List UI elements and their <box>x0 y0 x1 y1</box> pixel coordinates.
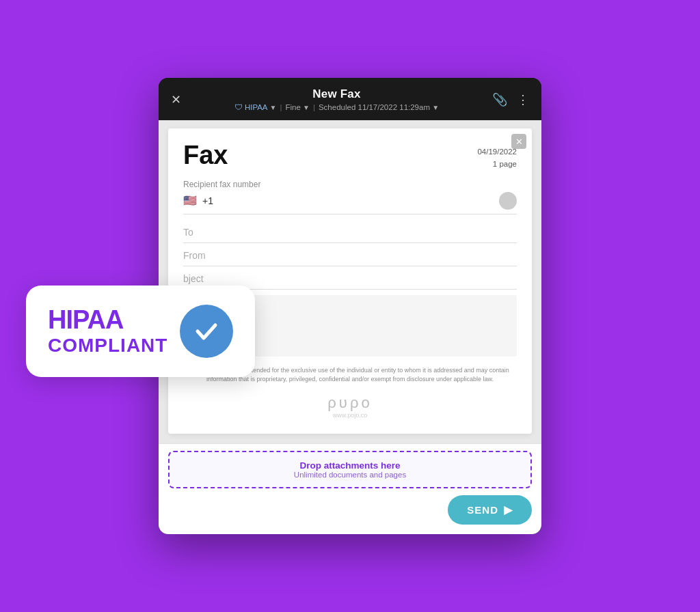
hipaa-indicator[interactable]: 🛡 HIPAA ▼ <box>234 102 277 112</box>
sep1: | <box>280 103 282 111</box>
dialog-title: New Fax <box>312 87 360 101</box>
sep2: | <box>313 103 315 111</box>
footer-send-row: SEND ▶ <box>159 495 541 534</box>
dialog-subtitle: 🛡 HIPAA ▼ | Fine ▼ | Scheduled 11/17/202… <box>234 102 439 112</box>
dialog-body: ✕ Fax 04/19/2022 1 page Recipient fax nu… <box>159 120 541 443</box>
fax-pages: 1 page <box>477 158 517 170</box>
quality-selector[interactable]: Fine ▼ <box>285 103 309 111</box>
schedule-dropdown-arrow: ▼ <box>432 104 439 111</box>
to-field[interactable]: To <box>183 221 517 243</box>
fax-title: Fax <box>183 142 228 168</box>
hipaa-badge: HIPAA COMPLIANT <box>26 286 255 377</box>
send-arrow-icon: ▶ <box>504 503 513 516</box>
fax-meta: 04/19/2022 1 page <box>477 146 517 170</box>
fax-document: ✕ Fax 04/19/2022 1 page Recipient fax nu… <box>168 128 532 434</box>
checkmark-icon <box>191 316 222 347</box>
hipaa-text: HIPAA COMPLIANT <box>48 306 167 357</box>
fax-logo: ρυρο www.pojo.co <box>183 394 517 419</box>
drop-subtitle: Unlimited documents and pages <box>176 471 524 479</box>
fax-header-row: Fax 04/19/2022 1 page <box>183 142 517 170</box>
country-flag: 🇺🇸 <box>183 194 197 207</box>
from-field[interactable]: From <box>183 245 517 266</box>
hipaa-subtitle: COMPLIANT <box>48 335 167 357</box>
fax-phone-row: 🇺🇸 +1 <box>183 192 517 214</box>
send-button[interactable]: SEND ▶ <box>448 495 532 525</box>
logo-text: ρυρο <box>183 394 517 412</box>
header-center: New Fax 🛡 HIPAA ▼ | Fine ▼ | Scheduled 1… <box>234 87 439 112</box>
logo-url: www.pojo.co <box>183 412 517 419</box>
schedule-selector[interactable]: Scheduled 11/17/2022 11:29am ▼ <box>319 103 439 111</box>
hipaa-dropdown-arrow: ▼ <box>270 104 277 111</box>
shield-icon: 🛡 <box>234 102 243 112</box>
fax-date: 04/19/2022 <box>477 146 517 158</box>
attach-icon[interactable]: 📎 <box>492 92 507 107</box>
app-background: HIPAA COMPLIANT ✕ New Fax 🛡 HIPAA ▼ <box>0 0 700 612</box>
country-code[interactable]: +1 <box>202 195 213 206</box>
header-left: ✕ <box>171 92 181 107</box>
hipaa-title: HIPAA <box>48 306 167 335</box>
quality-dropdown-arrow: ▼ <box>303 104 310 111</box>
close-button[interactable]: ✕ <box>171 92 181 107</box>
fax-close-button[interactable]: ✕ <box>511 134 526 149</box>
more-menu-icon[interactable]: ⋮ <box>517 92 529 107</box>
dialog-footer: Drop attachments here Unlimited document… <box>159 443 541 534</box>
header-right: 📎 ⋮ <box>492 92 529 107</box>
check-circle <box>180 305 233 358</box>
drop-zone[interactable]: Drop attachments here Unlimited document… <box>168 451 532 488</box>
drop-title: Drop attachments here <box>176 460 524 471</box>
dialog-header: ✕ New Fax 🛡 HIPAA ▼ | Fine ▼ | <box>159 78 541 120</box>
contact-avatar <box>499 192 517 210</box>
recipient-label: Recipient fax number <box>183 180 517 189</box>
